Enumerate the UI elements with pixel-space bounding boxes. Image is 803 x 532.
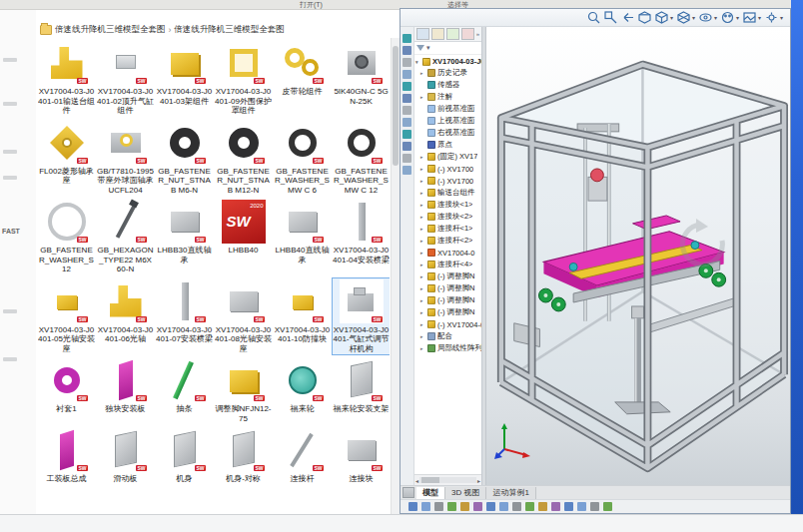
tree-node[interactable]: ▸XV17004-0	[414, 247, 481, 259]
file-item[interactable]: SWXV17004-03-J0401-08光轴安装座	[215, 278, 272, 355]
file-item[interactable]: SWXV17004-03-J0401-01输送台组件	[38, 40, 95, 117]
file-item[interactable]: SWGB_FASTENER_NUT_STNAB M12-N	[215, 120, 272, 197]
status-tool-icon[interactable]	[590, 502, 599, 511]
dropdown-arrow-icon[interactable]: ▾	[736, 14, 739, 21]
file-item[interactable]: SWXV17004-03-J0401-05光轴安装座	[38, 278, 95, 355]
dock-tool-icon[interactable]	[402, 142, 411, 151]
status-tool-icon[interactable]	[434, 502, 443, 511]
dock-tool-icon[interactable]	[402, 154, 411, 163]
file-item[interactable]: SWLHBB40直线轴承	[274, 199, 331, 275]
status-tool-icon[interactable]	[421, 502, 430, 511]
dimxpert-tab[interactable]	[461, 28, 474, 40]
status-tool-icon[interactable]	[460, 502, 469, 511]
chevron-right-icon[interactable]: ▸	[420, 297, 425, 303]
chevron-right-icon[interactable]: ▸	[420, 238, 425, 244]
status-tool-icon[interactable]	[408, 502, 417, 511]
tree-horizontal-scrollbar[interactable]: ◂ ▸	[414, 474, 481, 485]
file-item[interactable]: SW福来轮	[274, 357, 331, 424]
chevron-right-icon[interactable]: ▸	[420, 214, 425, 220]
previous-view-icon[interactable]	[620, 11, 635, 25]
tree-node[interactable]: ▸(-) 调整脚N	[414, 294, 481, 306]
chevron-right-icon[interactable]: ▸	[420, 202, 425, 208]
dock-tool-icon[interactable]	[402, 82, 411, 91]
tree-node[interactable]: ▸(-) 调整脚N	[414, 270, 481, 282]
chevron-right-icon[interactable]: ▸	[420, 178, 425, 184]
chevron-right-icon[interactable]: ▸	[420, 250, 425, 256]
file-item[interactable]: SWXV17004-03-J0401-10防撞块	[274, 278, 331, 355]
file-item[interactable]: SWXV17004-03-J0401-07安装横梁	[156, 278, 213, 355]
tree-node[interactable]: ▸(-) 调整脚N	[414, 282, 481, 294]
scroll-right-arrow[interactable]: ▸	[477, 477, 480, 484]
dropdown-arrow-icon[interactable]: ▾	[780, 14, 783, 21]
vertical-scrollbar[interactable]	[391, 38, 400, 514]
view-settings-icon[interactable]	[764, 11, 779, 25]
tree-node[interactable]: ▸局部线性阵列	[414, 342, 481, 354]
dropdown-arrow-icon[interactable]: ▾	[670, 14, 673, 21]
file-item[interactable]: SWXV17004-03-J0401-03架组件	[156, 40, 213, 117]
propertymanager-tab[interactable]	[431, 28, 444, 40]
tree-node[interactable]: 前视基准面	[414, 103, 481, 115]
file-item[interactable]: SW连接块	[333, 427, 390, 485]
tree-node[interactable]: ▸(-) XV1700	[414, 175, 481, 187]
chevron-right-icon[interactable]: ▸	[420, 190, 425, 196]
chevron-right-icon[interactable]: ▸	[420, 166, 425, 172]
tree-node[interactable]: ▸连接块<2>	[414, 211, 481, 223]
view-orientation-icon[interactable]	[654, 11, 669, 25]
featuremanager-tab[interactable]	[416, 28, 429, 40]
zoom-area-icon[interactable]	[603, 11, 618, 25]
file-item[interactable]: SW抽条	[156, 357, 213, 424]
scrollbar-track[interactable]	[419, 477, 476, 483]
status-tool-icon[interactable]	[564, 502, 573, 511]
configurationmanager-tab[interactable]	[446, 28, 459, 40]
dock-tool-icon[interactable]	[402, 118, 411, 127]
file-item[interactable]: SW独块安装板	[97, 357, 154, 424]
file-item[interactable]: SW连接杆	[274, 427, 331, 485]
file-item[interactable]: SWXV17004-03-J0401-06光轴	[97, 278, 154, 355]
tree-node[interactable]: ▸注解	[414, 91, 481, 103]
tree-node[interactable]: ▸(-) XV1700	[414, 163, 481, 175]
section-view-icon[interactable]	[637, 11, 652, 25]
tree-node[interactable]: ▸历史记录	[414, 67, 481, 79]
tree-filter-row[interactable]: ▾	[414, 42, 481, 55]
file-item[interactable]: SWGB/T7810-1995带座外球面轴承UCFL204	[97, 120, 154, 197]
chevron-right-icon[interactable]: ▸	[420, 154, 425, 160]
tree-node[interactable]: 右视基准面	[414, 127, 481, 139]
chevron-right-icon[interactable]: ▸	[420, 226, 425, 232]
status-tool-icon[interactable]	[512, 502, 521, 511]
dock-tool-icon[interactable]	[402, 70, 411, 79]
dropdown-arrow-icon[interactable]: ▾	[758, 14, 761, 21]
chevron-right-icon[interactable]: ▸	[420, 262, 425, 267]
status-tool-icon[interactable]	[538, 502, 547, 511]
breadcrumb-folder-1[interactable]: 倍速线升降机三维模型全套图	[55, 24, 166, 36]
hide-show-items-icon[interactable]	[698, 11, 713, 25]
display-style-icon[interactable]	[676, 11, 691, 25]
dock-tool-icon[interactable]	[402, 46, 411, 55]
file-item[interactable]: SWXV17004-03-J0401-气缸式调节杆机构	[333, 278, 390, 355]
tab-模型[interactable]: 模型	[416, 487, 445, 499]
chevron-right-icon[interactable]: ▸	[420, 333, 425, 339]
file-item[interactable]: SWGB_FASTENER_WASHER_S 12	[38, 199, 95, 275]
dock-tool-icon[interactable]	[402, 94, 411, 103]
status-tool-icon[interactable]	[525, 502, 534, 511]
dock-tool-icon[interactable]	[402, 106, 411, 115]
tab-3D 视图[interactable]: 3D 视图	[445, 487, 486, 499]
chevron-right-icon[interactable]: ▸	[420, 309, 425, 315]
dock-tool-icon[interactable]	[402, 130, 411, 139]
tree-node[interactable]: 原点	[414, 139, 481, 151]
tree-node[interactable]: ▸(-) 调整脚N	[414, 306, 481, 318]
file-item[interactable]: SWXV17004-03-J0401-09外围保护罩组件	[215, 40, 272, 117]
file-item[interactable]: SWXV17004-03-J0401-02顶升气缸组件	[97, 40, 154, 117]
breadcrumb[interactable]: 倍速线升降机三维模型全套图 › 倍速线升降机三维模型全套图	[40, 22, 285, 37]
tree-node[interactable]: ▸连接块<1>	[414, 199, 481, 211]
tree-node[interactable]: ▸配合	[414, 330, 481, 342]
tree-root-node[interactable]: ▾ XV17004-03-J0	[414, 55, 481, 67]
file-item[interactable]: SW福来轮安装支架	[333, 357, 390, 424]
edit-appearance-icon[interactable]	[720, 11, 735, 25]
menu-item-open[interactable]: 打开(T)	[300, 0, 323, 9]
scrollbar-thumb[interactable]	[393, 46, 399, 166]
file-item[interactable]: SWGB_HEXAGON_TYPE22 M6X60-N	[97, 199, 154, 275]
chevron-right-icon[interactable]: ▸	[420, 70, 425, 76]
file-item[interactable]: SWXV17004-03-J0401-04安装横梁	[333, 199, 390, 275]
chevron-right-icon[interactable]: ▸	[420, 321, 425, 327]
file-item[interactable]: SW机身-对称	[215, 427, 272, 485]
